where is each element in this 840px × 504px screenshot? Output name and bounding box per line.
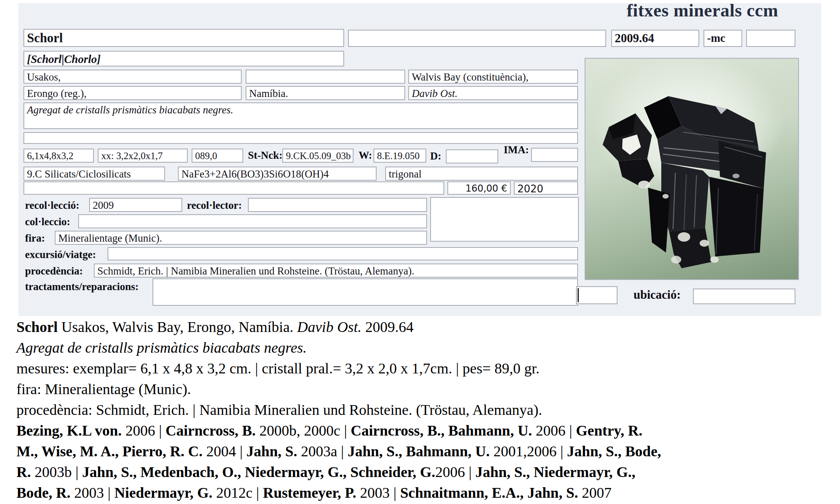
procedencia-label: procedència: <box>25 265 83 277</box>
mineral-name-field[interactable]: Schorl <box>23 29 344 47</box>
w-field[interactable]: 8.E.19.050 <box>373 149 426 163</box>
region-field[interactable]: Erongo (reg.), <box>23 86 242 100</box>
schorl-crystal-illustration <box>585 59 798 279</box>
colleccio-field[interactable] <box>78 214 427 228</box>
recollector-label: recol·lector: <box>187 199 242 212</box>
cursor-caret <box>578 288 579 302</box>
class-field[interactable]: 9.C Silicats/Ciclosilicats <box>23 167 165 181</box>
alt-names-field[interactable]: [Schorl|Chorlo] <box>23 51 344 66</box>
empty-wide-field[interactable] <box>23 132 578 144</box>
d-label: D: <box>430 150 442 162</box>
description-field[interactable]: Agregat de cristalls prismàtics biacabat… <box>23 102 578 129</box>
summary-block: Schorl Usakos, Walvis Bay, Erongo, Namíb… <box>16 317 838 503</box>
ubicacio-field[interactable] <box>693 289 795 304</box>
summary-line-procedencia: procedència: Schmidt, Erich. | Namibia M… <box>16 400 838 420</box>
formula-field[interactable]: NaFe3+2Al6(BO3)3Si6O18(OH)4 <box>178 167 377 181</box>
d-field[interactable] <box>446 149 498 163</box>
mineral-record-page: fitxes minerals ccm Schorl 2009.64 -mc [… <box>0 0 840 504</box>
summary-line-title: Schorl Usakos, Walvis Bay, Erongo, Namíb… <box>16 317 838 337</box>
empty-price-row-field[interactable] <box>23 181 444 195</box>
ima-field[interactable] <box>531 148 578 162</box>
excursio-label: excursió/viatge: <box>25 249 96 261</box>
recolleccio-label: recol·lecció: <box>25 199 79 212</box>
summary-line-description: Agregat de cristalls prismàtics biacabat… <box>16 337 838 358</box>
price-field[interactable]: 160,00 € <box>447 181 511 195</box>
fira-field[interactable]: Mineralientage (Munic). <box>55 231 427 245</box>
catalog-number-field[interactable]: 2009.64 <box>611 30 699 47</box>
procedencia-field[interactable]: Schmidt, Erich. | Namibia Mineralien und… <box>94 264 578 278</box>
colleccio-label: col·leccio: <box>25 216 70 228</box>
constituency-field[interactable]: Walvis Bay (constituència), <box>408 70 578 84</box>
recollector-field[interactable] <box>248 198 427 212</box>
notes-textarea[interactable] <box>430 197 579 242</box>
purchase-year-field[interactable]: 2020 <box>514 181 578 195</box>
page-title: fitxes minerals ccm <box>544 0 778 21</box>
weight-field[interactable]: 089,0 <box>192 149 243 163</box>
summary-line-fira: fira: Mineralientage (Munic). <box>16 379 838 400</box>
crystal-system-field[interactable]: trigonal <box>385 167 578 181</box>
ima-label: IMA: <box>504 144 529 156</box>
site-field[interactable]: Davib Ost. <box>408 86 578 100</box>
fira-label: fira: <box>25 232 45 244</box>
summary-line-measures: mesures: exemplar= 6,1 x 4,8 x 3,2 cm. |… <box>16 358 838 379</box>
bottom-right-small-field[interactable] <box>576 286 617 304</box>
empty-top-field-2[interactable] <box>746 30 795 47</box>
catalog-suffix-field[interactable]: -mc <box>704 30 742 47</box>
specimen-photo <box>585 58 799 280</box>
empty-top-field[interactable] <box>348 30 606 47</box>
bibliography: Bezing, K.L von. 2006 | Cairncross, B. 2… <box>16 420 838 503</box>
recolleccio-field[interactable]: 2009 <box>89 198 182 212</box>
crystal-size-field[interactable]: xx: 3,2x2,0x1,7 <box>98 149 188 163</box>
country-field[interactable]: Namíbia. <box>246 86 405 100</box>
locality-field[interactable]: Usakos, <box>23 70 242 84</box>
ubicacio-label: ubicació: <box>634 288 681 302</box>
st-nck-field[interactable]: 9.CK.05.09_03b <box>282 149 354 163</box>
locality-extra-field[interactable] <box>246 70 405 84</box>
specimen-size-field[interactable]: 6,1x4,8x3,2 <box>23 149 94 163</box>
w-label: W: <box>359 149 372 161</box>
excursio-field[interactable] <box>108 247 578 260</box>
tractaments-textarea[interactable] <box>153 278 578 306</box>
tractaments-label: tractaments/reparacions: <box>25 281 138 293</box>
st-nck-label: St-Nck: <box>248 149 283 161</box>
